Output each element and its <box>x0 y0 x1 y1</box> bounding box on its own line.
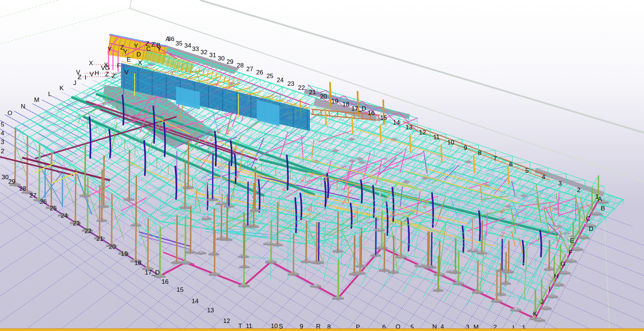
svg-text:F: F <box>569 249 572 256</box>
svg-text:25: 25 <box>267 73 274 80</box>
svg-text:35: 35 <box>176 40 183 47</box>
svg-text:D: D <box>589 225 593 232</box>
svg-text:16: 16 <box>368 110 375 117</box>
svg-text:V: V <box>89 71 94 78</box>
svg-text:Y: Y <box>123 48 127 55</box>
svg-text:E: E <box>570 237 574 244</box>
svg-text:28: 28 <box>19 185 26 192</box>
svg-text:31: 31 <box>209 52 216 59</box>
svg-text:30: 30 <box>2 174 9 181</box>
svg-text:25: 25 <box>50 205 57 212</box>
svg-text:O: O <box>7 110 12 117</box>
svg-text:19: 19 <box>121 250 128 257</box>
svg-text:3: 3 <box>558 180 561 187</box>
svg-text:9: 9 <box>464 144 467 151</box>
svg-text:17_D: 17_D <box>145 269 160 276</box>
svg-text:27: 27 <box>30 192 37 199</box>
svg-text:2: 2 <box>577 187 580 194</box>
svg-text:21: 21 <box>96 235 103 242</box>
svg-text:V: V <box>124 69 129 76</box>
svg-text:27: 27 <box>246 66 253 73</box>
svg-text:L: L <box>48 91 51 98</box>
svg-text:Z': Z' <box>111 73 117 80</box>
svg-text:19: 19 <box>332 98 339 105</box>
svg-text:Z: Z <box>78 74 81 81</box>
svg-text:24: 24 <box>277 77 284 84</box>
svg-text:E: E <box>127 56 131 63</box>
svg-text:4: 4 <box>1 130 4 137</box>
svg-text:13: 13 <box>207 307 214 314</box>
svg-text:12: 12 <box>419 129 426 136</box>
svg-text:26: 26 <box>256 69 263 76</box>
svg-text:J: J <box>73 80 77 87</box>
svg-text:Y: Y <box>134 43 138 49</box>
svg-text:C: C <box>586 215 590 222</box>
svg-text:16: 16 <box>162 278 169 285</box>
svg-text:23: 23 <box>288 80 294 87</box>
svg-text:C: C <box>146 45 151 52</box>
svg-text:2: 2 <box>1 148 4 155</box>
svg-text:28: 28 <box>237 62 244 69</box>
svg-text:20: 20 <box>109 243 116 250</box>
svg-text:Z': Z' <box>151 41 156 48</box>
svg-text:34: 34 <box>184 42 191 49</box>
svg-text:G: G <box>560 261 565 268</box>
svg-text:14: 14 <box>192 298 199 305</box>
svg-text:32: 32 <box>201 49 208 56</box>
svg-text:18: 18 <box>135 260 142 266</box>
svg-text:D: D <box>136 51 141 58</box>
svg-text:26: 26 <box>40 198 47 205</box>
svg-text:12: 12 <box>223 317 230 324</box>
svg-text:24: 24 <box>61 212 68 219</box>
svg-text:M: M <box>34 96 39 103</box>
svg-text:15: 15 <box>380 114 387 121</box>
svg-text:H: H <box>554 273 559 280</box>
svg-text:18: 18 <box>343 101 350 108</box>
svg-text:J: J <box>541 298 544 305</box>
svg-text:K: K <box>533 310 537 317</box>
svg-text:13: 13 <box>406 124 413 131</box>
svg-text:29: 29 <box>227 58 234 65</box>
svg-text:20: 20 <box>320 93 327 100</box>
svg-text:A: A <box>165 36 170 43</box>
svg-text:X: X <box>89 60 93 67</box>
svg-text:I: I <box>549 286 550 293</box>
svg-text:7: 7 <box>493 155 497 162</box>
svg-text:23: 23 <box>73 220 80 227</box>
svg-text:X: X <box>138 59 142 66</box>
svg-text:10: 10 <box>447 139 454 146</box>
svg-text:33: 33 <box>192 45 199 52</box>
svg-text:F: F <box>117 62 121 69</box>
svg-text:H: H <box>95 70 99 77</box>
svg-text:Y: Y <box>107 46 111 53</box>
svg-text:30: 30 <box>218 55 225 62</box>
svg-text:K: K <box>59 85 64 92</box>
svg-text:11: 11 <box>433 134 440 141</box>
svg-text:22: 22 <box>298 84 305 91</box>
svg-text:5: 5 <box>525 167 528 174</box>
svg-text:8: 8 <box>478 150 481 157</box>
svg-text:6: 6 <box>509 161 512 168</box>
svg-text:14: 14 <box>393 119 400 126</box>
svg-text:21: 21 <box>309 89 316 96</box>
svg-text:4: 4 <box>542 174 545 181</box>
svg-text:3: 3 <box>1 139 4 146</box>
svg-text:I: I <box>85 74 87 81</box>
svg-text:B: B <box>601 205 605 212</box>
svg-text:17_D: 17_D <box>351 105 366 112</box>
svg-text:A: A <box>598 196 602 203</box>
svg-text:Y: Y <box>157 45 161 52</box>
svg-text:5: 5 <box>1 121 4 128</box>
svg-text:29: 29 <box>8 178 15 185</box>
svg-text:22: 22 <box>85 228 92 235</box>
svg-text:Z: Z <box>105 71 109 78</box>
svg-text:N: N <box>21 103 25 110</box>
svg-text:15: 15 <box>177 286 184 293</box>
